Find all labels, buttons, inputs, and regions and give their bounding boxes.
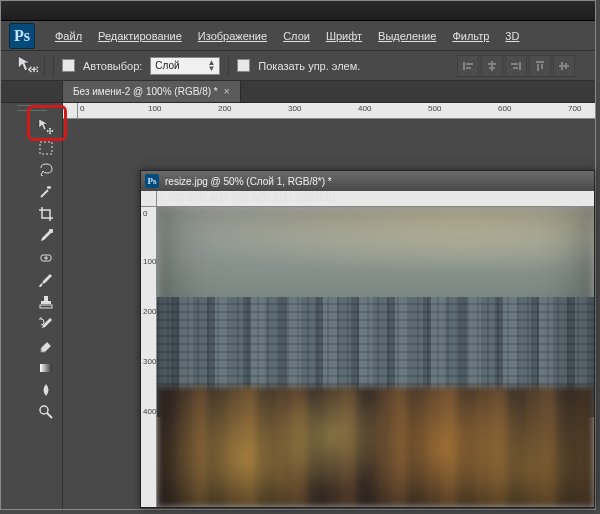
ruler-tick-label: 400	[358, 104, 371, 113]
marquee-tool[interactable]	[33, 137, 59, 159]
svg-rect-19	[41, 301, 51, 304]
ruler-tick-label: 300	[209, 191, 227, 203]
svg-rect-12	[559, 65, 569, 67]
svg-rect-13	[561, 62, 563, 70]
ruler-tick-label: 700	[295, 191, 313, 203]
document-tab-strip: Без имени-2 @ 100% (RGB/8) * ×	[63, 81, 595, 103]
svg-rect-14	[565, 63, 567, 69]
chevron-updown-icon: ▲▼	[207, 60, 215, 72]
svg-rect-4	[488, 63, 496, 65]
tool-indicator-move-icon[interactable]	[17, 55, 45, 77]
ruler-tick-label: 200	[143, 307, 155, 316]
eraser-tool[interactable]	[33, 335, 59, 357]
toolbox	[33, 115, 61, 423]
ruler-tick-label: 200	[218, 104, 231, 113]
ruler-tick-label: 100	[143, 257, 155, 266]
document-titlebar[interactable]: Ps resize.jpg @ 50% (Слой 1, RGB/8*) *	[141, 171, 594, 191]
divider	[53, 55, 54, 77]
dropdown-value: Слой	[155, 60, 179, 71]
ruler-tick-label: 200	[188, 191, 206, 203]
eyedropper-tool[interactable]	[33, 225, 59, 247]
document-canvas[interactable]	[157, 207, 594, 507]
svg-rect-8	[513, 67, 518, 69]
svg-point-22	[40, 406, 48, 414]
menu-edit[interactable]: Редактирование	[92, 27, 188, 45]
move-tool[interactable]	[33, 115, 59, 137]
show-controls-checkbox[interactable]	[237, 59, 250, 72]
menu-bar: Ps Файл Редактирование Изображение Слои …	[1, 21, 595, 51]
svg-rect-0	[463, 62, 465, 70]
ruler-tick-label: 100	[148, 104, 161, 113]
ruler-tick-label: 400	[230, 191, 248, 203]
svg-rect-5	[489, 67, 495, 69]
svg-rect-7	[511, 63, 518, 65]
svg-rect-15	[40, 142, 52, 154]
history-brush-tool[interactable]	[33, 313, 59, 335]
ps-icon: Ps	[145, 174, 159, 188]
align-left-button[interactable]	[457, 55, 479, 77]
svg-rect-10	[537, 64, 539, 71]
menu-3d[interactable]: 3D	[499, 27, 525, 45]
document-tab[interactable]: Без имени-2 @ 100% (RGB/8) * ×	[63, 81, 241, 102]
ruler-tick-label: 500	[428, 104, 441, 113]
document-tab-title: Без имени-2 @ 100% (RGB/8) *	[73, 86, 218, 97]
toolbox-handle[interactable]	[1, 103, 62, 113]
menu-file[interactable]: Файл	[49, 27, 88, 45]
stamp-tool[interactable]	[33, 291, 59, 313]
ruler-tick-label: 500	[252, 191, 270, 203]
ruler-tick-label: 600	[273, 191, 291, 203]
blur-tool[interactable]	[33, 379, 59, 401]
gradient-tool[interactable]	[33, 357, 59, 379]
menu-filter[interactable]: Фильтр	[446, 27, 495, 45]
ruler-tick-label: 400	[143, 407, 155, 416]
divider	[228, 55, 229, 77]
ruler-tick-label: 700	[568, 104, 581, 113]
svg-rect-20	[40, 305, 52, 308]
svg-rect-18	[44, 296, 48, 301]
ruler-vertical-inner: 0 100 200 300 400	[141, 207, 157, 507]
align-center-h-button[interactable]	[481, 55, 503, 77]
autoselect-checkbox[interactable]	[62, 59, 75, 72]
wand-tool[interactable]	[33, 181, 59, 203]
heal-tool[interactable]	[33, 247, 59, 269]
svg-rect-1	[466, 63, 473, 65]
menu-image[interactable]: Изображение	[192, 27, 273, 45]
svg-rect-11	[541, 64, 543, 69]
align-group	[457, 55, 575, 77]
svg-rect-21	[40, 364, 52, 372]
ruler-corner	[141, 191, 157, 207]
ruler-tick-label: 300	[288, 104, 301, 113]
align-right-button[interactable]	[505, 55, 527, 77]
close-icon[interactable]: ×	[224, 86, 230, 97]
align-top-button[interactable]	[529, 55, 551, 77]
svg-rect-16	[49, 229, 53, 233]
ruler-tick-label: 0	[80, 104, 84, 113]
left-dock	[1, 81, 63, 509]
ruler-tick-label: 300	[143, 357, 155, 366]
ruler-tick-label: 0	[143, 209, 155, 218]
ruler-tick-label: 800	[316, 191, 334, 203]
autoselect-dropdown[interactable]: Слой ▲▼	[150, 57, 220, 75]
svg-rect-9	[536, 61, 544, 63]
dodge-tool[interactable]	[33, 401, 59, 423]
ruler-horizontal: 0 100 200 300 400 500 600 700	[63, 103, 595, 119]
ruler-corner	[63, 103, 78, 119]
image-content	[157, 207, 594, 507]
menu-select[interactable]: Выделение	[372, 27, 442, 45]
window-titlebar	[1, 1, 595, 21]
doc-tab-strip-spacer	[1, 81, 62, 103]
align-center-v-button[interactable]	[553, 55, 575, 77]
svg-rect-6	[519, 62, 521, 70]
ruler-tick-label: 100	[166, 191, 184, 203]
menu-layers[interactable]: Слои	[277, 27, 316, 45]
svg-rect-3	[491, 61, 493, 71]
ruler-horizontal-inner: 0 100 200 300 400 500 600 700 800	[157, 191, 594, 207]
ruler-tick-label: 600	[498, 104, 511, 113]
brush-tool[interactable]	[33, 269, 59, 291]
crop-tool[interactable]	[33, 203, 59, 225]
show-controls-label: Показать упр. элем.	[258, 60, 360, 72]
document-window[interactable]: Ps resize.jpg @ 50% (Слой 1, RGB/8*) * 0…	[140, 170, 595, 508]
svg-rect-2	[466, 67, 471, 69]
lasso-tool[interactable]	[33, 159, 59, 181]
menu-type[interactable]: Шрифт	[320, 27, 368, 45]
